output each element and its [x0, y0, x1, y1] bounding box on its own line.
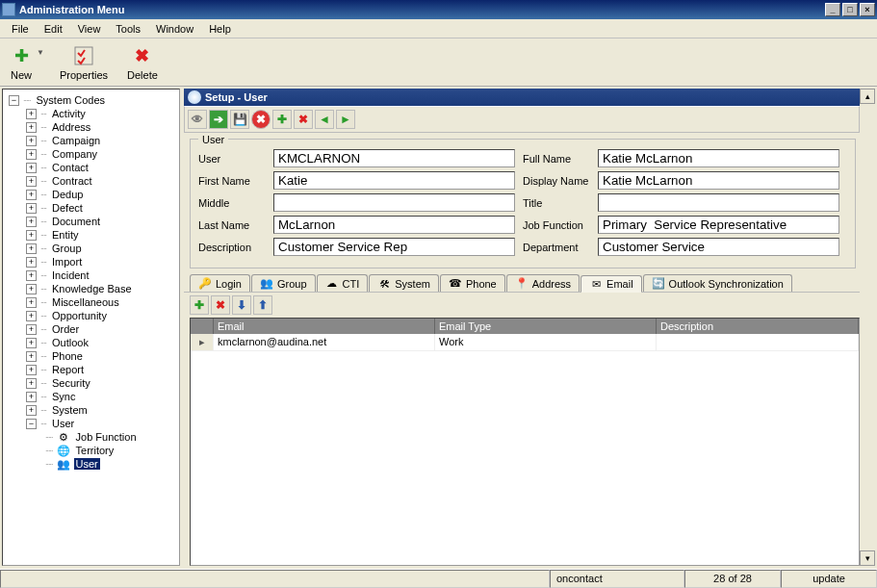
grid-header-email[interactable]: Email [214, 319, 435, 334]
tab-cti[interactable]: ☁CTI [317, 274, 369, 292]
cell-desc[interactable] [657, 334, 859, 350]
maximize-button[interactable]: □ [842, 3, 858, 16]
tab-login[interactable]: 🔑Login [190, 274, 250, 292]
prev-button[interactable]: ◄ [315, 110, 334, 129]
cell-type[interactable]: Work [435, 334, 657, 350]
middle-input[interactable] [273, 193, 515, 212]
tree-node-incident[interactable]: +····Incident [3, 268, 179, 282]
tab-outlook-sync[interactable]: 🔄Outlook Synchronization [643, 274, 792, 292]
delete-button[interactable]: ✖ Delete [123, 42, 162, 83]
tree-node-knowledge-base[interactable]: +····Knowledge Base [3, 282, 179, 295]
tree-node-outlook[interactable]: +····Outlook [3, 336, 179, 349]
tree-node-document[interactable]: +····Document [3, 215, 179, 228]
tree-node-user-leaf[interactable]: ····· 👥 User [3, 457, 179, 471]
grid-header-desc[interactable]: Description [657, 319, 859, 334]
tree-node-territory[interactable]: ····· 🌐 Territory [3, 444, 179, 457]
new-dropdown-icon[interactable]: ▼ [37, 42, 44, 57]
tab-address[interactable]: 📍Address [506, 274, 580, 292]
fullname-input[interactable] [598, 149, 839, 167]
tree-node-miscellaneous[interactable]: +····Miscellaneous [3, 295, 179, 309]
expand-icon[interactable]: + [26, 297, 37, 308]
grid-up-button[interactable]: ⬆ [253, 295, 272, 315]
expand-icon[interactable]: + [26, 109, 37, 119]
minimize-button[interactable]: _ [825, 3, 840, 16]
user-input[interactable] [273, 149, 515, 167]
tree-node-sync[interactable]: +····Sync [3, 390, 179, 403]
menu-window[interactable]: Window [148, 21, 201, 37]
lastname-input[interactable] [273, 216, 515, 234]
tab-email[interactable]: ✉Email [580, 275, 642, 293]
expand-icon[interactable]: + [26, 405, 37, 416]
tree-node-company[interactable]: +····Company [3, 147, 179, 161]
title-input[interactable] [598, 193, 839, 212]
expand-icon[interactable]: + [26, 378, 37, 389]
expand-icon[interactable]: + [26, 203, 37, 214]
tree-node-dedup[interactable]: +····Dedup [3, 188, 179, 201]
tree-node-contact[interactable]: +····Contact [3, 161, 179, 174]
expand-icon[interactable]: + [26, 190, 37, 200]
next-button[interactable]: ► [336, 110, 355, 129]
email-grid[interactable]: Email Email Type Description ▸ kmclarnon… [190, 318, 860, 566]
expand-icon[interactable]: + [26, 217, 37, 227]
tree-node-activity[interactable]: +····Activity [3, 107, 179, 120]
expand-icon[interactable]: + [26, 392, 37, 402]
new-button[interactable]: ✚ New [6, 42, 37, 83]
description-input[interactable] [273, 238, 515, 256]
expand-icon[interactable]: + [26, 122, 37, 133]
eye-button[interactable]: 👁 [188, 110, 207, 129]
tree-node-entity[interactable]: +····Entity [3, 228, 179, 242]
tree-node-user[interactable]: − ···· User [3, 417, 179, 430]
expand-icon[interactable]: + [26, 351, 37, 362]
tree-node-address[interactable]: +····Address [3, 120, 179, 134]
tree-node-contract[interactable]: +····Contract [3, 174, 179, 188]
jobfunction-input[interactable] [598, 216, 839, 234]
expand-icon[interactable]: + [26, 365, 37, 375]
expand-icon[interactable]: + [26, 230, 37, 241]
expand-icon[interactable]: + [26, 163, 37, 173]
expand-icon[interactable]: + [26, 338, 37, 348]
expand-icon[interactable]: + [26, 257, 37, 268]
collapse-icon[interactable]: − [9, 95, 19, 106]
displayname-input[interactable] [598, 171, 839, 190]
menu-view[interactable]: View [70, 21, 109, 37]
tab-group[interactable]: 👥Group [251, 274, 316, 292]
nav-tree[interactable]: − ····· System Codes +····Activity+····A… [2, 89, 180, 566]
tab-system[interactable]: 🛠System [369, 274, 439, 292]
cell-email[interactable]: kmclarnon@audina.net [214, 334, 435, 350]
grid-add-button[interactable]: ✚ [190, 295, 209, 315]
tree-node-report[interactable]: +····Report [3, 363, 179, 376]
add-button[interactable]: ✚ [272, 110, 292, 129]
menu-tools[interactable]: Tools [108, 21, 148, 37]
tree-node-system[interactable]: +····System [3, 403, 179, 417]
tree-node-opportunity[interactable]: +····Opportunity [3, 309, 179, 322]
go-button[interactable]: ➔ [209, 110, 228, 129]
tab-phone[interactable]: ☎Phone [440, 274, 505, 292]
tree-root[interactable]: − ····· System Codes [3, 93, 179, 107]
cancel-button[interactable]: ✖ [251, 110, 271, 129]
tree-node-defect[interactable]: +····Defect [3, 201, 179, 215]
menu-file[interactable]: File [4, 21, 37, 37]
save-button[interactable]: 💾 [230, 110, 249, 129]
collapse-icon[interactable]: − [26, 419, 37, 429]
menu-help[interactable]: Help [201, 21, 239, 37]
expand-icon[interactable]: + [26, 324, 37, 335]
expand-icon[interactable]: + [26, 176, 37, 187]
scroll-down-button[interactable]: ▾ [860, 550, 875, 566]
expand-icon[interactable]: + [26, 243, 37, 254]
close-button[interactable]: × [860, 3, 875, 16]
expand-icon[interactable]: + [26, 136, 37, 146]
menu-edit[interactable]: Edit [37, 21, 70, 37]
tree-node-job-function[interactable]: ····· ⚙ Job Function [3, 430, 179, 444]
tree-node-group[interactable]: +····Group [3, 242, 179, 255]
scroll-up-button[interactable]: ▴ [860, 89, 875, 104]
grid-down-button[interactable]: ⬇ [232, 295, 251, 315]
expand-icon[interactable]: + [26, 149, 37, 160]
grid-row[interactable]: ▸ kmclarnon@audina.net Work [191, 334, 859, 351]
tree-node-phone[interactable]: +····Phone [3, 349, 179, 363]
tree-node-security[interactable]: +····Security [3, 376, 179, 390]
tree-node-order[interactable]: +····Order [3, 322, 179, 336]
grid-header-type[interactable]: Email Type [435, 319, 657, 334]
grid-delete-button[interactable]: ✖ [211, 295, 230, 315]
department-input[interactable] [598, 238, 839, 256]
remove-button[interactable]: ✖ [294, 110, 313, 129]
